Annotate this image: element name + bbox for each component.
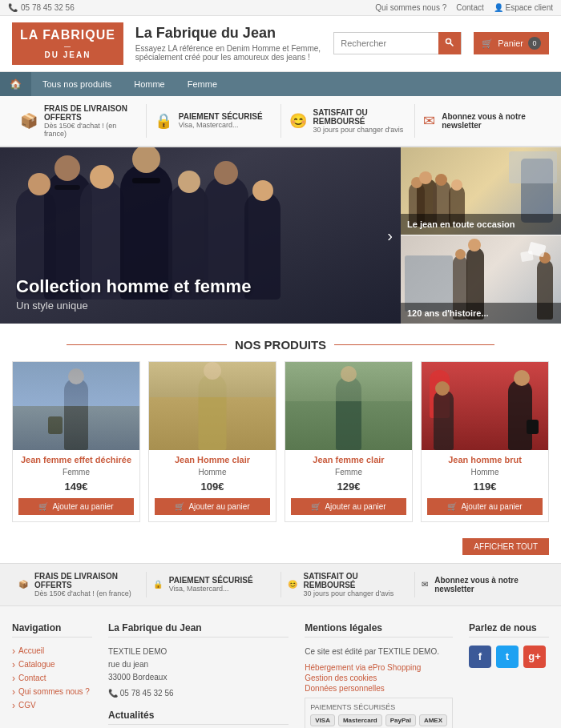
footer-company-address1: rue du jean: [108, 658, 289, 671]
footer-envelope-icon: ✉: [422, 580, 428, 589]
add-to-cart-2[interactable]: 🛒 Ajouter au panier: [155, 498, 270, 515]
svg-point-0: [446, 38, 451, 43]
hero-side-1[interactable]: Le jean en toute occasion: [401, 147, 561, 235]
mastercard-card: Mastercard: [338, 714, 382, 726]
payment-cards: VISA Mastercard PayPal AMEX: [310, 714, 447, 726]
hero-content: Collection homme et femme Un style uniqu…: [0, 264, 267, 324]
product-card-4: Jean homme brut Homme 119€ 🛒 Ajouter au …: [421, 361, 549, 522]
footer-nav-contact[interactable]: Contact: [12, 673, 92, 684]
products-section-title: NOS PRODUITS: [0, 324, 561, 361]
product-img-4[interactable]: [422, 362, 548, 450]
top-bar-phone: 📞 05 78 45 32 56: [8, 3, 75, 12]
cart-icon: 🛒: [482, 38, 493, 49]
footer-legal-col: Mentions légales Ce site est édité par T…: [305, 622, 453, 728]
product-card-3: Jean femme clair Femme 129€ 🛒 Ajouter au…: [285, 361, 413, 522]
footer-satisfaction-title: SATISFAIT OU REMBOURSÉ: [304, 572, 409, 589]
top-bar-links: Qui sommes nous ? Contact 👤 Espace clien…: [375, 3, 553, 12]
features-bar: 📦 FRAIS DE LIVRAISON OFFERTS Dès 150€ d'…: [0, 96, 561, 147]
contact-link[interactable]: Contact: [456, 3, 483, 12]
svg-line-1: [450, 43, 453, 46]
footer-shipping-icon: 📦: [18, 580, 28, 589]
feature-payment-title: PAIEMENT SÉCURISÉ: [179, 112, 263, 121]
qui-sommes-nous-link[interactable]: Qui sommes nous ?: [375, 3, 446, 12]
show-all-button[interactable]: AFFICHER TOUT: [462, 538, 549, 555]
cart-icon-2: 🛒: [175, 502, 184, 511]
footer-shipping-title: FRAIS DE LIVRAISON OFFERTS: [34, 572, 139, 589]
show-all-container: AFFICHER TOUT: [0, 534, 561, 563]
footer-legal-title: Mentions légales: [305, 622, 453, 638]
amex-card: AMEX: [419, 714, 447, 726]
site-logo[interactable]: LA FABRIQUE — DU JEAN: [12, 22, 123, 65]
top-bar: 📞 05 78 45 32 56 Qui sommes nous ? Conta…: [0, 0, 561, 16]
product-card-1: Jean femme effet déchirée Femme 149€ 🛒 A…: [12, 361, 140, 522]
product-img-3[interactable]: [285, 362, 412, 450]
feature-payment-sub: Visa, Mastercard...: [179, 121, 263, 129]
product-name-4[interactable]: Jean homme brut: [422, 450, 548, 466]
footer-shipping-sub: Dès 150€ d'achat ! (en france): [34, 589, 139, 597]
site-tagline: Essayez LA référence en Denim Homme et F…: [135, 44, 321, 62]
twitter-icon[interactable]: t: [496, 646, 519, 668]
nav-home-icon[interactable]: 🏠: [0, 72, 31, 96]
footer-nav-accueil[interactable]: Accueil: [12, 646, 92, 657]
footer-feature-shipping: 📦 FRAIS DE LIVRAISON OFFERTS Dès 150€ d'…: [12, 572, 147, 597]
product-name-2[interactable]: Jean Homme clair: [149, 450, 276, 466]
product-category-1: Femme: [13, 466, 139, 478]
add-to-cart-1[interactable]: 🛒 Ajouter au panier: [18, 498, 134, 515]
phone-number: 05 78 45 32 56: [21, 3, 75, 12]
search-icon: [445, 38, 454, 47]
facebook-icon[interactable]: f: [469, 646, 491, 668]
site-name: La Fabrique du Jean: [135, 25, 321, 42]
product-name-3[interactable]: Jean femme clair: [285, 450, 412, 466]
product-name-1[interactable]: Jean femme effet déchirée: [13, 450, 139, 466]
product-category-2: Homme: [149, 466, 276, 478]
googleplus-icon[interactable]: g+: [523, 646, 546, 668]
hero-next-arrow[interactable]: ›: [387, 226, 393, 244]
feature-newsletter-title: Abonnez vous à notre newsletter: [442, 112, 541, 130]
footer-nav-catalogue[interactable]: Catalogue: [12, 659, 92, 670]
social-icons: f t g+: [469, 646, 549, 668]
nav-femme[interactable]: Femme: [176, 73, 228, 95]
search-button[interactable]: [438, 32, 461, 54]
feature-shipping-title: FRAIS DE LIVRAISON OFFERTS: [44, 104, 138, 122]
search-input[interactable]: [334, 35, 438, 51]
header: LA FABRIQUE — DU JEAN La Fabrique du Jea…: [0, 16, 561, 72]
hero-side-2[interactable]: 120 ans d'histoire...: [401, 235, 561, 324]
hero-main: Collection homme et femme Un style uniqu…: [0, 147, 401, 324]
feature-satisfaction-title: SATISFAIT OU REMBOURSÉ: [313, 108, 407, 126]
product-price-1: 149€: [13, 478, 139, 495]
nav-homme[interactable]: Homme: [123, 73, 176, 95]
footer-nav-qui[interactable]: Qui sommes nous ?: [12, 686, 92, 698]
logo-bottom: DU JEAN: [44, 50, 91, 60]
user-icon: 👤: [494, 3, 503, 12]
feature-satisfaction: 😊 SATISFAIT OU REMBOURSÉ 30 jours pour c…: [281, 104, 416, 138]
nav-all-products[interactable]: Tous nos produits: [31, 73, 123, 95]
phone-icon: 📞: [8, 3, 18, 12]
footer-legal-link-1[interactable]: Hébergement via ePro Shopping: [305, 663, 453, 672]
footer-payment-title: PAIEMENT SÉCURISÉ: [169, 576, 253, 585]
footer-features: 📦 FRAIS DE LIVRAISON OFFERTS Dès 150€ d'…: [0, 563, 561, 606]
footer-legal-link-3[interactable]: Données personnelles: [305, 684, 453, 693]
product-price-3: 129€: [285, 478, 412, 495]
footer-nav-col: Navigation Accueil Catalogue Contact Qui…: [12, 622, 92, 728]
footer: Navigation Accueil Catalogue Contact Qui…: [0, 606, 561, 728]
main-nav: 🏠 Tous nos produits Homme Femme: [0, 72, 561, 96]
payment-title: PAIEMENTS SÉCURISÉS: [310, 703, 447, 711]
cart-button[interactable]: 🛒 Panier 0: [474, 32, 549, 54]
footer-legal-text: Ce site est édité par TEXTILE DEMO.: [305, 646, 453, 658]
espace-client-link[interactable]: 👤 Espace client: [494, 3, 553, 12]
product-img-2[interactable]: [149, 362, 276, 450]
footer-company-address2: 33000 Bordeaux: [108, 671, 289, 684]
footer-payment-sub: Visa, Mastercard...: [169, 585, 253, 593]
cart-icon-1: 🛒: [38, 502, 48, 511]
product-img-1[interactable]: [13, 362, 139, 450]
add-to-cart-4[interactable]: 🛒 Ajouter au panier: [427, 498, 543, 515]
hero-side-1-label: Le jean en toute occasion: [407, 219, 515, 229]
footer-nav-title: Navigation: [12, 622, 92, 638]
cart-icon-4: 🛒: [447, 502, 457, 511]
footer-social-title: Parlez de nous: [469, 622, 549, 638]
feature-newsletter: ✉ Abonnez vous à notre newsletter: [415, 104, 549, 138]
feature-satisfaction-sub: 30 jours pour changer d'avis: [313, 126, 407, 134]
add-to-cart-3[interactable]: 🛒 Ajouter au panier: [291, 498, 406, 515]
footer-legal-link-2[interactable]: Gestion des cookies: [305, 674, 453, 682]
footer-nav-cgv[interactable]: CGV: [12, 700, 92, 711]
